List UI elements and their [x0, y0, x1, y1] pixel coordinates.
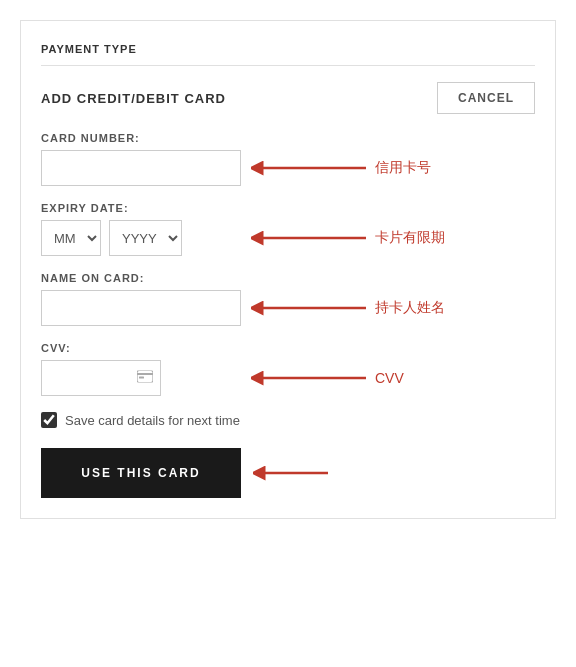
save-card-label: Save card details for next time	[65, 413, 240, 428]
cvv-section: CVV:	[41, 342, 535, 396]
name-on-card-input[interactable]	[41, 290, 241, 326]
month-select[interactable]: MM 010203 040506 070809 101112	[41, 220, 101, 256]
arrow-cvv-icon	[251, 368, 371, 388]
name-on-card-section: NAME ON CARD: 持卡人姓名	[41, 272, 535, 326]
payment-type-label: PAYMENT TYPE	[41, 31, 535, 66]
arrow-expiry-icon	[251, 228, 371, 248]
annotation-expiry: 卡片有限期	[375, 229, 445, 247]
annotation-card-number: 信用卡号	[375, 159, 431, 177]
arrow-name-icon	[251, 298, 371, 318]
card-number-section: CARD NUMBER: 信用卡号	[41, 132, 535, 186]
name-on-card-label: NAME ON CARD:	[41, 272, 535, 284]
annotation-cvv: CVV	[375, 370, 404, 386]
year-select[interactable]: YYYY 202420252026 2027202820292030	[109, 220, 182, 256]
card-number-label: CARD NUMBER:	[41, 132, 535, 144]
annotation-name: 持卡人姓名	[375, 299, 445, 317]
cancel-button[interactable]: CANCEL	[437, 82, 535, 114]
card-number-input[interactable]	[41, 150, 241, 186]
expiry-date-section: EXPIRY DATE: MM 010203 040506 070809 101…	[41, 202, 535, 256]
cvv-label: CVV:	[41, 342, 535, 354]
cvv-input-wrapper	[41, 360, 161, 396]
save-card-row: Save card details for next time	[41, 412, 535, 428]
cvv-input[interactable]	[41, 360, 161, 396]
payment-form-container: PAYMENT TYPE ADD CREDIT/DEBIT CARD CANCE…	[20, 20, 556, 519]
header-row: ADD CREDIT/DEBIT CARD CANCEL	[41, 82, 535, 114]
use-card-button[interactable]: USE THIS CARD	[41, 448, 241, 498]
add-card-title: ADD CREDIT/DEBIT CARD	[41, 91, 226, 106]
save-card-checkbox[interactable]	[41, 412, 57, 428]
arrow-submit-icon	[253, 463, 333, 483]
submit-row: USE THIS CARD	[41, 448, 535, 498]
expiry-date-label: EXPIRY DATE:	[41, 202, 535, 214]
arrow-card-number-icon	[251, 158, 371, 178]
